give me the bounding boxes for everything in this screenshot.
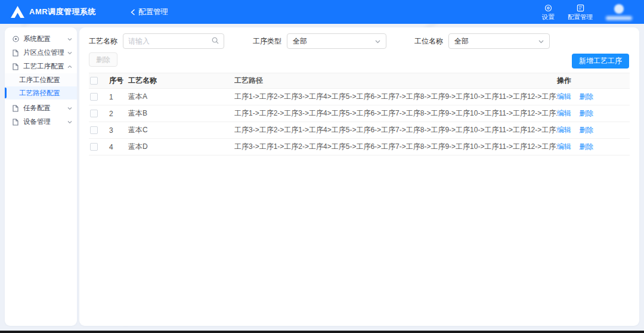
add-process-button[interactable]: 新增工艺工序 — [572, 54, 629, 69]
row-path: 工序3->工序2->工序1->工序4>工序5->工序6->工序7->工序8->工… — [234, 125, 557, 135]
window-bottom-edge — [0, 331, 644, 333]
config-management-button[interactable]: 配置管理 — [568, 4, 593, 20]
back-icon — [131, 9, 138, 15]
row-checkbox[interactable] — [90, 110, 98, 117]
sidebar-item-label: 工艺工序配置 — [23, 62, 67, 71]
main-content: 工艺名称 工序类型 全部 工位名称 全部 删除 新增工艺工序 — [79, 27, 639, 326]
row-checkbox[interactable] — [90, 126, 98, 134]
edit-link[interactable]: 编辑 — [557, 109, 571, 117]
app-title: AMR调度管理系统 — [29, 7, 96, 17]
station-name-select[interactable]: 全部 — [448, 33, 550, 49]
delete-link[interactable]: 删除 — [579, 126, 593, 134]
step-type-value: 全部 — [293, 36, 375, 46]
config-icon — [577, 4, 584, 12]
edit-link[interactable]: 编辑 — [557, 126, 571, 134]
row-checkbox[interactable] — [90, 93, 98, 101]
username-redacted — [606, 16, 632, 20]
chevron-down-icon — [67, 51, 72, 55]
col-name: 工艺名称 — [128, 76, 234, 86]
process-name-input-wrap — [123, 33, 224, 49]
step-type-select[interactable]: 全部 — [287, 33, 386, 49]
table-row: 1 蓝本A 工序1->工序2->工序3->工序4>工序5->工序6->工序7->… — [89, 89, 630, 105]
col-index: 序号 — [109, 76, 128, 86]
search-icon[interactable] — [212, 37, 219, 46]
sidebar-item-area-points[interactable]: 片区点位管理 — [5, 46, 77, 60]
avatar — [614, 4, 624, 14]
row-path: 工序1->工序2->工序3->工序4>工序5->工序6->工序7->工序8->工… — [234, 108, 557, 119]
row-path: 工序1->工序2->工序3->工序4>工序5->工序6->工序7->工序8->工… — [234, 92, 557, 102]
toolbar: 删除 新增工艺工序 — [89, 52, 630, 67]
sidebar-item-label: 设备管理 — [23, 117, 67, 126]
process-name-input[interactable] — [128, 37, 212, 45]
sidebar-item-device-management[interactable]: 设备管理 — [5, 115, 77, 129]
file-icon — [13, 105, 20, 112]
row-index: 4 — [109, 143, 128, 151]
delete-link[interactable]: 删除 — [579, 142, 593, 151]
sidebar-subitem-station-config[interactable]: 工序工位配置 — [5, 73, 77, 86]
sidebar-item-process-config[interactable]: 工艺工序配置 — [5, 60, 77, 73]
chevron-down-icon — [375, 37, 380, 45]
process-route-table: 序号 工艺名称 工艺路径 操作 1 蓝本A 工序1->工序2->工序3->工序4… — [89, 73, 630, 155]
delete-link[interactable]: 删除 — [579, 109, 593, 117]
sidebar-item-system-config[interactable]: 系统配置 — [5, 32, 77, 46]
row-index: 2 — [109, 110, 128, 118]
breadcrumb[interactable]: 配置管理 — [131, 7, 168, 17]
sidebar-item-task-config[interactable]: 任务配置 — [5, 101, 77, 115]
settings-label: 设置 — [542, 14, 555, 20]
chevron-down-icon — [67, 107, 72, 110]
breadcrumb-label: 配置管理 — [138, 7, 168, 17]
filter-bar: 工艺名称 工序类型 全部 工位名称 全部 — [89, 33, 630, 49]
col-path: 工艺路径 — [234, 76, 557, 86]
file-icon — [13, 49, 20, 57]
row-name: 蓝本A — [128, 92, 234, 102]
table-row: 4 蓝本D 工序3->工序1->工序2->工序4>工序5->工序6->工序7->… — [89, 139, 630, 155]
chevron-down-icon — [538, 37, 544, 45]
user-menu[interactable] — [606, 4, 632, 20]
row-checkbox[interactable] — [90, 143, 98, 151]
table-row: 3 蓝本C 工序3->工序2->工序1->工序4>工序5->工序6->工序7->… — [89, 122, 630, 139]
table-row: 2 蓝本B 工序1->工序2->工序3->工序4>工序5->工序6->工序7->… — [89, 105, 630, 122]
submenu-process-config: 工序工位配置 工艺路径配置 — [5, 73, 77, 99]
sidebar: 系统配置 片区点位管理 工艺工序配置 工序工位配置 工艺路径配置 — [5, 27, 77, 326]
row-path: 工序3->工序1->工序2->工序4>工序5->工序6->工序7->工序8->工… — [234, 142, 557, 152]
station-name-label: 工位名称 — [414, 36, 443, 46]
sidebar-subitem-label: 工序工位配置 — [19, 76, 60, 85]
file-icon — [13, 119, 20, 126]
station-name-value: 全部 — [454, 36, 538, 46]
chevron-down-icon — [67, 38, 72, 41]
settings-button[interactable]: 设置 — [542, 4, 555, 20]
table-header: 序号 工艺名称 工艺路径 操作 — [89, 73, 630, 89]
sidebar-item-label: 任务配置 — [23, 104, 67, 113]
delete-link[interactable]: 删除 — [579, 92, 593, 101]
sidebar-subitem-route-config[interactable]: 工艺路径配置 — [5, 86, 77, 99]
row-index: 3 — [109, 126, 128, 135]
sidebar-item-label: 片区点位管理 — [23, 48, 67, 57]
process-name-label: 工艺名称 — [89, 36, 117, 46]
edit-link[interactable]: 编辑 — [557, 142, 571, 151]
row-name: 蓝本B — [128, 108, 234, 119]
chevron-down-icon — [67, 120, 72, 124]
sidebar-item-label: 系统配置 — [23, 35, 67, 43]
amr-logo-icon — [11, 6, 24, 18]
edit-link[interactable]: 编辑 — [557, 92, 571, 101]
sidebar-subitem-label: 工艺路径配置 — [19, 89, 60, 98]
col-actions: 操作 — [557, 76, 630, 86]
gear-icon — [544, 4, 552, 12]
select-all-checkbox[interactable] — [90, 77, 98, 85]
delete-button[interactable]: 删除 — [89, 52, 117, 67]
app-logo[interactable]: AMR调度管理系统 — [11, 6, 96, 18]
step-type-label: 工序类型 — [253, 36, 281, 46]
config-management-label: 配置管理 — [568, 14, 593, 20]
file-icon — [13, 63, 20, 70]
row-name: 蓝本C — [128, 125, 234, 135]
row-name: 蓝本D — [128, 142, 234, 152]
row-index: 1 — [109, 93, 128, 101]
target-icon — [13, 36, 20, 43]
top-header: AMR调度管理系统 配置管理 设置 配置管理 — [0, 0, 644, 24]
chevron-up-icon — [67, 65, 72, 69]
